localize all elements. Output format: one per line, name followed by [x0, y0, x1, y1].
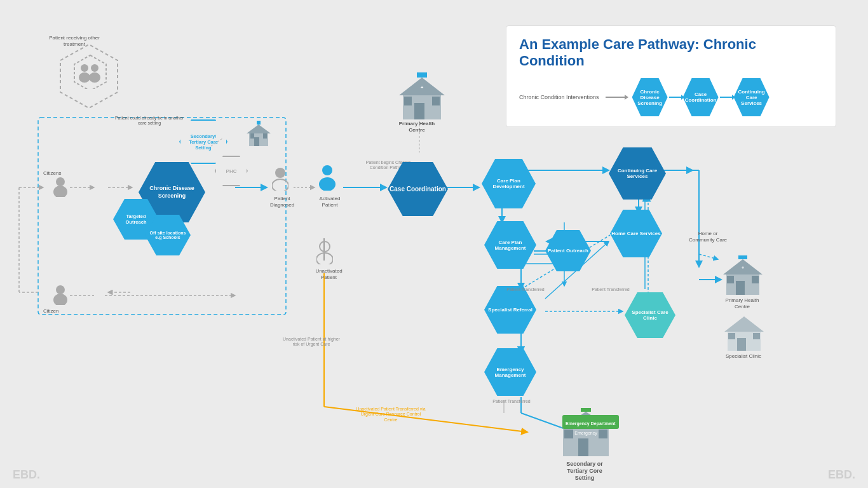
care-plan-management-text: Care Plan Management — [484, 240, 536, 251]
svg-rect-82 — [737, 338, 746, 351]
svg-line-41 — [699, 254, 718, 259]
svg-rect-88 — [564, 430, 573, 438]
svg-point-65 — [316, 253, 333, 264]
svg-marker-90 — [581, 408, 591, 412]
svg-point-50 — [91, 64, 98, 72]
phc-text: PHC — [226, 168, 237, 174]
svg-point-51 — [89, 72, 100, 83]
legend-step-2: Case Coordination — [683, 78, 719, 116]
legend-step-1: Chronic Disease Screening — [632, 78, 668, 116]
citizens-label: Citizens — [43, 170, 61, 177]
patient-transferred-1: Patient Transferred — [503, 287, 548, 292]
secondary-tertiary-text: Secondary/ Tertiary Care Setting — [180, 131, 226, 153]
patient-receiving-icon — [73, 54, 108, 92]
svg-rect-70 — [432, 97, 440, 105]
patient-could-label: Patient could already be in another care… — [114, 116, 184, 126]
primary-health-center-building: + — [399, 70, 445, 122]
specialist-care-text: Specialist Care Clinic — [625, 309, 675, 321]
legend-connector-1 — [669, 97, 682, 98]
patient-outreach-text: Patient Outreach — [548, 248, 588, 254]
svg-line-35 — [324, 407, 527, 432]
svg-marker-47 — [74, 55, 106, 89]
unactivated-higher-risk-label: Unactivated Patient at higher risk of Ur… — [280, 337, 343, 348]
emergency-dept-badge: Emergency Department — [562, 415, 619, 429]
specialist-clinic-building — [724, 311, 764, 353]
emergency-dept-text: Emergency Department — [566, 421, 616, 426]
svg-point-49 — [79, 72, 90, 83]
svg-rect-68 — [414, 103, 424, 119]
continuing-care-text: Continuing Care Services — [609, 165, 666, 182]
patient-diagnosed-icon — [272, 166, 288, 193]
svg-text:Emergency: Emergency — [574, 431, 597, 436]
legend-row: Chronic Condition Interventions Chronic … — [519, 78, 823, 116]
diagram-title: An Example Care Pathway: Chronic Conditi… — [519, 36, 823, 69]
patient-diagnosed-label: Patient Diagnosed — [267, 196, 297, 208]
svg-rect-69 — [404, 97, 412, 105]
legend-line — [606, 97, 625, 98]
legend-label: Chronic Condition Interventions — [519, 94, 599, 100]
legend-connector-arrow — [625, 95, 628, 100]
unactivated-patient-label: Unactivated Patient — [311, 268, 346, 280]
home-care-text: Home Care Services — [611, 231, 660, 236]
svg-marker-59 — [257, 121, 261, 125]
svg-rect-57 — [250, 133, 254, 139]
svg-rect-76 — [727, 276, 734, 283]
svg-rect-58 — [263, 133, 267, 139]
svg-text:+: + — [421, 85, 424, 90]
svg-rect-84 — [753, 333, 760, 339]
case-coordination-text: Case Coordination — [390, 186, 446, 193]
chronic-disease-text: Chronic Disease Screening — [139, 181, 205, 203]
citizen-label: Citizen — [43, 308, 58, 315]
emergency-management-text: Emergency Management — [484, 367, 536, 378]
citizens-icon — [53, 177, 67, 200]
secondary-tertiary-label: Secondary or Tertiary Core Setting — [557, 461, 613, 481]
svg-point-48 — [81, 64, 88, 72]
home-community-label: Home or Community Care — [685, 231, 731, 243]
svg-text:+: + — [742, 266, 744, 270]
svg-marker-71 — [417, 72, 427, 78]
legend-connector-2 — [720, 97, 733, 98]
citizen-bottom-icon — [53, 285, 67, 308]
svg-rect-77 — [752, 276, 759, 283]
svg-rect-83 — [728, 333, 735, 339]
svg-rect-75 — [736, 281, 745, 295]
svg-point-64 — [320, 241, 330, 252]
svg-marker-81 — [724, 316, 764, 332]
svg-marker-78 — [738, 255, 747, 259]
svg-point-53 — [53, 186, 67, 197]
off-site-text: Off site locations e.g Schools — [145, 229, 191, 241]
svg-point-93 — [56, 285, 65, 294]
title-box: An Example Care Pathway: Chronic Conditi… — [506, 25, 836, 127]
svg-rect-56 — [254, 137, 259, 146]
unactivated-transferred-label: Unactivated Patient Transferred via Urge… — [356, 407, 426, 423]
main-canvas: An Example Care Pathway: Chronic Conditi… — [0, 0, 868, 488]
activated-patient-label: Activated Patient — [314, 196, 346, 208]
patient-transferred-3: Patient Transferred — [489, 399, 534, 404]
patient-transferred-2: Patient Transferred — [588, 287, 633, 292]
svg-point-61 — [272, 179, 288, 191]
care-plan-development-text: Care Plan Development — [482, 178, 536, 189]
primary-health-center-right: + — [723, 253, 763, 297]
primary-health-center-right-label: Primary Health Centre — [719, 297, 765, 309]
svg-point-63 — [319, 177, 336, 191]
specialist-building-label: Specialist Clinic — [721, 353, 766, 360]
svg-rect-89 — [599, 430, 607, 438]
watermark-right: EBD. — [828, 468, 855, 482]
legend-step-3: Continuing Care Services — [734, 78, 770, 116]
primary-health-center-label: Primary Health Centre — [390, 121, 444, 133]
svg-marker-55 — [247, 125, 271, 133]
unactivated-patient-icon — [316, 240, 333, 267]
watermark-left: EBD. — [13, 468, 40, 482]
svg-point-52 — [56, 177, 65, 186]
svg-rect-87 — [578, 438, 588, 456]
activated-patient-icon — [318, 164, 337, 193]
phc-building-small — [247, 119, 271, 149]
svg-point-94 — [53, 294, 67, 305]
svg-point-60 — [275, 168, 285, 178]
patient-receiving-label: Patient receiving other treatment — [46, 35, 103, 47]
svg-point-62 — [322, 165, 332, 175]
specialist-referral-text: Specialist Referral — [488, 307, 532, 313]
